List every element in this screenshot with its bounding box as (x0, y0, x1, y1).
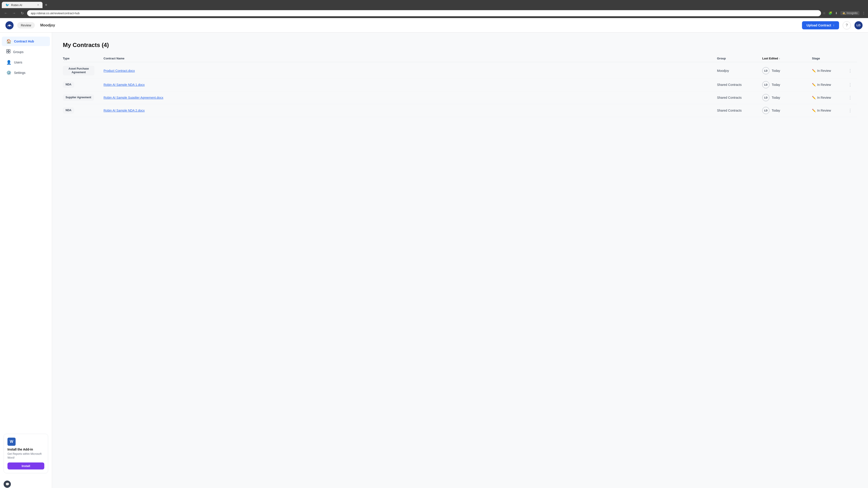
last-edited-cell-3: LD Today (762, 107, 812, 114)
contract-name-cell-3: Robin AI Sample NDA 2.docx (103, 108, 717, 112)
type-badge-3: NDA (63, 107, 74, 113)
sidebar-item-contract-hub[interactable]: 🏠 Contract Hub (2, 37, 50, 46)
addon-title: Install the Add-in (7, 448, 44, 451)
upload-label: Upload Contract (807, 24, 831, 27)
group-cell-2: Shared Contracts (717, 96, 762, 99)
user-avatar-button[interactable]: LD (855, 21, 863, 29)
col-contract-name: Contract Name (103, 57, 717, 60)
contract-link-3[interactable]: Robin AI Sample NDA 2.docx (103, 109, 145, 112)
table-row: NDA Robin AI Sample NDA 2.docx Shared Co… (63, 104, 857, 117)
last-edited-date-3: Today (772, 109, 780, 112)
type-badge-2: Supplier Agreement (63, 94, 94, 101)
stage-cell-1: ✏️ In Review (812, 83, 848, 87)
sidebar-item-groups[interactable]: Groups (2, 47, 50, 57)
col-stage: Stage (812, 57, 848, 60)
address-bar[interactable]: app.robinai.co.uk/review/contract-hub (27, 10, 821, 16)
table-row: Supplier Agreement Robin AI Sample Suppl… (63, 91, 857, 104)
stage-cell-2: ✏️ In Review (812, 96, 848, 99)
more-cell-0: ⋮ (848, 68, 857, 73)
type-cell-3: NDA (63, 107, 103, 113)
contract-name-cell-0: Product Contract.docx (103, 69, 717, 73)
last-edited-cell-1: LD Today (762, 81, 812, 88)
upload-contract-button[interactable]: Upload Contract ↑ (802, 21, 839, 29)
nav-actions: ☆ 🧩 ⬇ 🕵 Incognito ⋮ (823, 11, 865, 15)
stage-cell-0: ✏️ In Review (812, 69, 848, 72)
sidebar: 🏠 Contract Hub Groups 👤 Users ⚙️ Setting… (0, 33, 52, 488)
contract-link-1[interactable]: Robin AI Sample NDA 1.docx (103, 83, 145, 87)
word-icon: W (7, 437, 16, 446)
tab-robin-icon: 🐦 (5, 3, 9, 7)
more-button-1[interactable]: ⋮ (848, 82, 852, 87)
svg-rect-2 (6, 50, 8, 51)
type-badge-0: Asset Purchase Agreement (63, 66, 94, 75)
chat-icon: 💬 (5, 482, 9, 486)
type-cell-0: Asset Purchase Agreement (63, 66, 103, 75)
avatar-1: LD (762, 81, 770, 88)
group-cell-1: Shared Contracts (717, 83, 762, 87)
chat-bubble-button[interactable]: 💬 (4, 481, 11, 488)
table-row: Asset Purchase Agreement Product Contrac… (63, 63, 857, 78)
brand-name: Moodjoy (40, 23, 55, 27)
help-button[interactable]: ? (843, 21, 851, 29)
svg-point-1 (9, 25, 10, 26)
stage-label-0: In Review (817, 69, 831, 72)
sidebar-label-contract-hub: Contract Hub (14, 39, 34, 43)
group-cell-3: Shared Contracts (717, 109, 762, 112)
extensions-icon[interactable]: 🧩 (829, 11, 832, 15)
more-button-3[interactable]: ⋮ (848, 108, 852, 113)
incognito-badge: 🕵 Incognito (840, 11, 860, 15)
last-edited-cell-2: LD Today (762, 94, 812, 101)
svg-rect-3 (8, 50, 10, 51)
more-button-0[interactable]: ⋮ (848, 68, 852, 73)
sidebar-label-groups: Groups (13, 50, 24, 54)
more-cell-1: ⋮ (848, 82, 857, 87)
main-content: My Contracts (4) Type Contract Name Grou… (52, 33, 868, 488)
col-last-edited[interactable]: Last Edited ↑ (762, 57, 812, 60)
edit-icon-2: ✏️ (812, 96, 816, 99)
bookmark-icon[interactable]: ☆ (823, 11, 826, 15)
home-icon: 🏠 (6, 39, 11, 44)
avatar-3: LD (762, 107, 770, 114)
edit-icon-3: ✏️ (812, 109, 816, 112)
avatar-2: LD (762, 94, 770, 101)
contract-name-cell-2: Robin AI Sample Supplier Agreement.docx (103, 96, 717, 100)
browser-nav: ← → ↻ app.robinai.co.uk/review/contract-… (0, 8, 868, 18)
active-tab[interactable]: 🐦 Robin AI × (2, 2, 42, 8)
install-button[interactable]: Install (7, 462, 44, 469)
col-type: Type (63, 57, 103, 60)
svg-rect-5 (8, 52, 10, 53)
last-edited-cell-0: LD Today (762, 67, 812, 74)
tab-label: Robin AI (11, 3, 22, 7)
new-tab-button[interactable]: + (43, 2, 49, 8)
incognito-label: Incognito (846, 11, 858, 15)
groups-icon (6, 49, 10, 55)
sidebar-label-users: Users (14, 61, 22, 64)
col-group: Group (717, 57, 762, 60)
word-addon-card: W Install the Add-in Get Reports within … (4, 434, 48, 473)
contract-link-0[interactable]: Product Contract.docx (103, 69, 135, 72)
stage-label-3: In Review (817, 109, 831, 112)
more-button-2[interactable]: ⋮ (848, 95, 852, 100)
page-title: My Contracts (4) (63, 41, 857, 48)
browser-tabs: 🐦 Robin AI × + (0, 0, 868, 8)
contracts-table: Type Contract Name Group Last Edited ↑ S… (63, 55, 857, 117)
forward-button[interactable]: → (11, 10, 17, 16)
sidebar-item-settings[interactable]: ⚙️ Settings (2, 68, 50, 77)
sidebar-item-users[interactable]: 👤 Users (2, 58, 50, 67)
type-badge-1: NDA (63, 82, 74, 88)
contract-link-2[interactable]: Robin AI Sample Supplier Agreement.docx (103, 96, 163, 99)
group-cell-0: Moodjoy (717, 69, 762, 72)
back-button[interactable]: ← (3, 10, 9, 16)
review-button[interactable]: Review (17, 22, 35, 29)
stage-label-1: In Review (817, 83, 831, 87)
app-body: 🏠 Contract Hub Groups 👤 Users ⚙️ Setting… (0, 33, 868, 488)
app-logo (5, 21, 13, 29)
tab-close-button[interactable]: × (37, 3, 39, 6)
table-header: Type Contract Name Group Last Edited ↑ S… (63, 55, 857, 62)
users-icon: 👤 (6, 60, 11, 65)
menu-icon[interactable]: ⋮ (862, 11, 865, 15)
sidebar-label-settings: Settings (14, 71, 26, 74)
reload-button[interactable]: ↻ (19, 10, 25, 16)
table-row: NDA Robin AI Sample NDA 1.docx Shared Co… (63, 78, 857, 91)
download-icon[interactable]: ⬇ (835, 11, 838, 15)
